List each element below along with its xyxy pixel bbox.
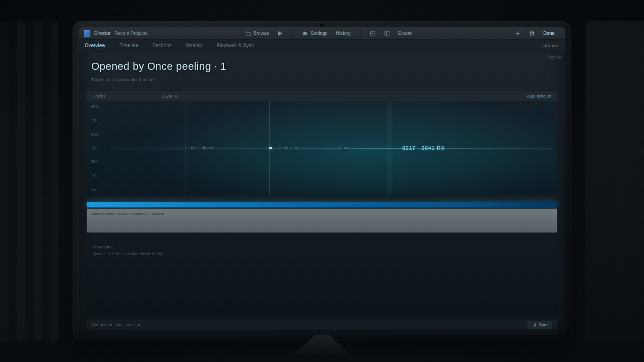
history-label: History [336,31,351,36]
track-lane-label: Master render pass · channel 1 · 48 kHz [92,212,164,216]
layout-icon [370,31,376,36]
export-button[interactable]: Export [395,29,415,38]
tab-sections[interactable]: Sections [153,43,172,48]
log-line: Processing… [93,245,551,249]
cursor-readout: 0217 · 2041 RX [402,145,445,151]
share-icon [277,31,283,36]
time-gridline [185,101,185,195]
y-tick: 100 [87,146,110,150]
y-tick: 7% [87,118,110,123]
share-button[interactable] [274,29,286,38]
progress-bar[interactable] [87,202,557,207]
toolbar-separator [360,30,361,37]
subnav: Overview Timeline Sections Monitor Playb… [79,40,565,52]
plot-area[interactable]: 00:12 · frame 00:28 · cue 00:41 0217 · 2… [110,104,553,192]
app-window: Director Recent Projects Browse Settings [79,27,565,335]
room-backdrop-right [586,21,644,341]
svg-rect-3 [370,32,375,35]
toolbar-group-1: Browse [240,29,289,38]
folder-icon [245,31,251,36]
tab-overview[interactable]: Overview [85,43,105,48]
panel-icon [384,31,390,36]
svg-rect-4 [385,32,389,35]
panel-right-label[interactable]: Auto sync on [527,94,551,99]
y-tick: 10s [87,173,110,178]
room-backdrop-left [0,21,58,341]
time-mark-label: 00:41 [340,146,350,150]
status-bar: Connected · local session Sync [87,320,557,330]
y-tick: 1w [87,187,110,192]
tab-timeline[interactable]: Timeline [120,43,138,48]
layout-button-b[interactable] [381,29,393,38]
timeline-strip: Master render pass · channel 1 · 48 kHz [87,202,557,233]
y-axis: 40% 7% 0.00 100 300 10s 1w [87,101,110,195]
playhead-cursor[interactable] [389,101,389,195]
monitor-stand [289,335,355,358]
browse-label: Browse [253,31,269,36]
log-panel: Processing… Queue · 1 item · estimated f… [87,238,557,316]
app-name: Director [94,31,111,36]
revision-badge: Rev 02 [547,55,561,59]
tab-playback[interactable]: Playback & Sync [217,43,254,48]
settings-button[interactable]: Settings [299,29,330,38]
layout-button-a[interactable] [367,29,378,38]
sliders-icon [302,31,308,36]
done-button[interactable]: Done [540,29,557,38]
settings-label: Settings [310,31,327,36]
add-button[interactable] [512,29,523,38]
signal-icon [531,322,537,328]
page-title: Opened by Once peeling · 1 [91,60,555,73]
sync-status-pill[interactable]: Sync [527,321,552,329]
toolbar-group-right: Done [509,29,560,38]
save-button[interactable] [526,29,538,38]
breadcrumb[interactable]: Recent Projects [114,31,148,36]
y-tick: 0.00 [87,132,110,137]
page-subtitle: Today · last synchronised before [91,77,555,82]
done-label: Done [543,31,555,36]
time-mark-label: 00:12 · frame [190,146,213,150]
plus-icon [515,31,521,36]
app-icon [84,30,90,37]
panel-mid-label[interactable]: Layer 01 [124,94,508,99]
log-line: Queue · 1 item · estimated finish shortl… [93,251,551,256]
panel-left-label: Tracks [93,94,105,99]
toolbar-separator [292,30,293,37]
signal-line [110,148,553,148]
toolbar-group-2: Settings History [297,29,356,38]
y-tick: 40% [87,104,110,109]
y-tick: 300 [87,159,110,164]
export-label: Export [398,31,412,36]
save-icon [529,31,535,36]
status-text: Connected · local session [92,322,140,327]
marker-glint-icon [269,147,272,149]
monitor-frame: Director Recent Projects Browse Settings [72,21,572,341]
time-mark-label: 00:28 · cue [278,146,298,150]
sync-status-label: Sync [539,322,548,327]
track-lane[interactable]: Master render pass · channel 1 · 48 kHz [87,208,557,233]
waveform-chart[interactable]: 40% 7% 0.00 100 300 10s 1w 00:12 · frame… [87,101,557,195]
tab-monitor[interactable]: Monitor [186,43,202,48]
subnav-right-label[interactable]: All tracks [542,43,559,48]
history-button[interactable]: History [333,29,354,38]
titlebar: Director Recent Projects Browse Settings [79,27,565,40]
page-header: Opened by Once peeling · 1 Today · last … [79,52,565,86]
toolbar-group-3: Export [364,29,418,38]
browse-button[interactable]: Browse [242,29,272,38]
chart-panel-header: Tracks Layer 01 Auto sync on [87,90,557,101]
